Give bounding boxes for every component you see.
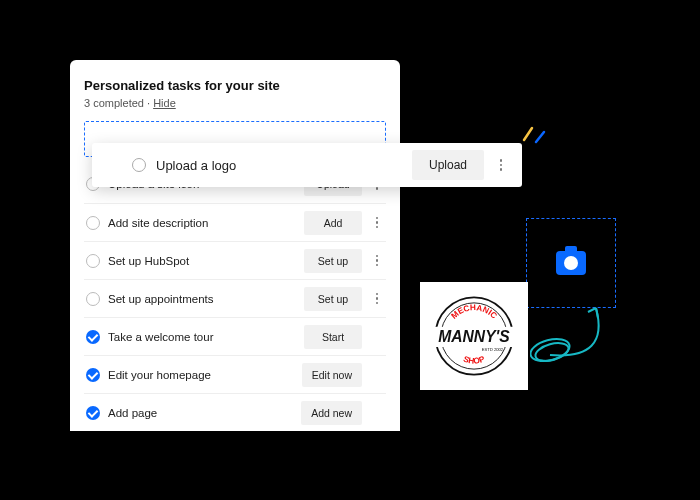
mannys-logo-icon: MECHANIC SHOP MANNY'S ESTD 2002	[428, 290, 520, 382]
status-circle-icon	[132, 158, 146, 172]
panel-subtitle: 3 completed · Hide	[84, 97, 386, 109]
sparkle-accent-icon	[518, 122, 548, 146]
task-action-button[interactable]: Start	[304, 325, 362, 349]
task-row[interactable]: Add pageAdd new	[84, 393, 386, 431]
tasks-panel: Personalized tasks for your site 3 compl…	[70, 60, 400, 431]
task-action-button[interactable]: Add	[304, 211, 362, 235]
task-row[interactable]: Set up HubSpotSet up	[84, 241, 386, 279]
kebab-menu-icon[interactable]	[370, 255, 384, 267]
highlighted-task-row[interactable]: Upload a logo Upload	[92, 143, 522, 187]
completed-count: 3 completed	[84, 97, 144, 109]
task-action-button[interactable]: Edit now	[302, 363, 362, 387]
status-circle-icon	[86, 292, 100, 306]
task-action-button[interactable]: Set up	[304, 249, 362, 273]
hide-link[interactable]: Hide	[153, 97, 176, 109]
task-row[interactable]: Take a welcome tourStart	[84, 317, 386, 355]
status-circle-icon	[86, 254, 100, 268]
arrow-scribble-icon	[530, 300, 640, 380]
kebab-menu-icon[interactable]	[494, 159, 508, 171]
status-circle-icon	[86, 216, 100, 230]
task-label: Edit your homepage	[108, 369, 294, 381]
task-action-button[interactable]: Set up	[304, 287, 362, 311]
status-done-icon	[86, 330, 100, 344]
task-label: Add site description	[108, 217, 296, 229]
kebab-menu-icon[interactable]	[370, 293, 384, 305]
svg-text:MECHANIC: MECHANIC	[450, 303, 499, 321]
status-done-icon	[86, 406, 100, 420]
svg-text:ESTD 2002: ESTD 2002	[482, 347, 504, 352]
task-label: Set up HubSpot	[108, 255, 296, 267]
svg-point-2	[530, 335, 572, 365]
kebab-menu-icon[interactable]	[370, 217, 384, 229]
task-action-button[interactable]: Add new	[301, 401, 362, 425]
task-row[interactable]: Set up appointmentsSet up	[84, 279, 386, 317]
task-list: Upload a site iconUploadAdd site descrip…	[84, 165, 386, 431]
svg-text:MANNY'S: MANNY'S	[438, 328, 510, 345]
panel-title: Personalized tasks for your site	[84, 78, 386, 93]
svg-line-1	[536, 132, 544, 142]
status-done-icon	[86, 368, 100, 382]
svg-point-3	[534, 340, 571, 364]
svg-text:SHOP: SHOP	[462, 354, 487, 366]
svg-line-0	[524, 128, 532, 140]
task-label: Upload a logo	[156, 158, 402, 173]
upload-button[interactable]: Upload	[412, 150, 484, 180]
task-row[interactable]: Add site descriptionAdd	[84, 203, 386, 241]
upload-dropzone[interactable]	[526, 218, 616, 308]
task-label: Set up appointments	[108, 293, 296, 305]
task-label: Add page	[108, 407, 293, 419]
camera-icon	[556, 251, 586, 275]
task-label: Take a welcome tour	[108, 331, 296, 343]
logo-preview: MECHANIC SHOP MANNY'S ESTD 2002	[420, 282, 528, 390]
task-row[interactable]: Edit your homepageEdit now	[84, 355, 386, 393]
